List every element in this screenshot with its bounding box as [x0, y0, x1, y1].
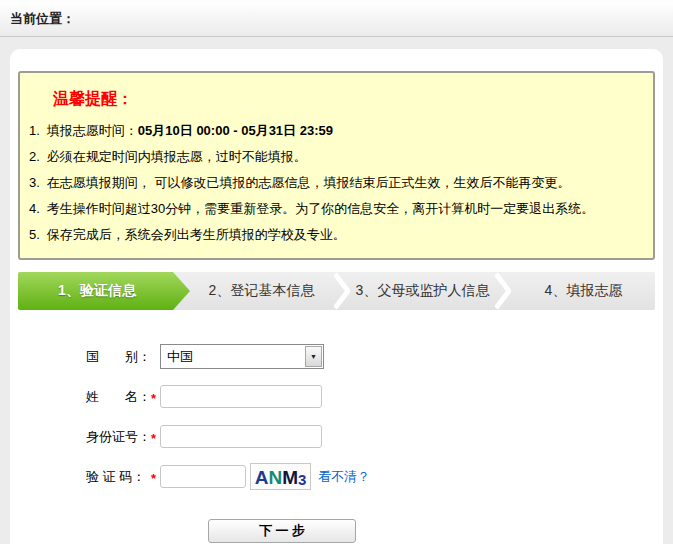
- id-number-label: 身份证号：: [86, 428, 151, 446]
- required-asterisk: *: [151, 428, 160, 446]
- content-panel: 温馨提醒： 1.填报志愿时间：05月10日 00:00 - 05月31日 23:…: [10, 49, 663, 544]
- captcha-image: A N M 3: [250, 463, 311, 490]
- step-tab-basic-info[interactable]: 2、登记基本信息: [190, 272, 333, 310]
- country-select[interactable]: 中国 ▼: [160, 344, 324, 369]
- dropdown-arrow-icon[interactable]: ▼: [305, 346, 322, 367]
- name-row: 姓 名： *: [86, 384, 655, 409]
- breadcrumb-bar: 当前位置：: [0, 0, 673, 37]
- name-input[interactable]: [160, 385, 322, 408]
- breadcrumb: 当前位置：: [10, 10, 75, 28]
- step-tabs: 1、验证信息 2、登记基本信息 3、父母或监护人信息 4、填报志愿: [18, 272, 655, 310]
- reminder-title: 温馨提醒：: [53, 89, 637, 110]
- id-number-row: 身份证号： *: [86, 424, 655, 449]
- reminder-item: 1.填报志愿时间：05月10日 00:00 - 05月31日 23:59: [29, 118, 637, 144]
- captcha-row: 验 证 码： * A N M 3 看不清？: [86, 464, 655, 489]
- chevron-right-icon: [333, 272, 351, 310]
- country-row: 国 别： 中国 ▼: [86, 344, 655, 369]
- reminder-box: 温馨提醒： 1.填报志愿时间：05月10日 00:00 - 05月31日 23:…: [18, 71, 655, 260]
- captcha-input[interactable]: [160, 465, 246, 488]
- captcha-refresh-link[interactable]: 看不清？: [318, 468, 370, 486]
- id-number-input[interactable]: [160, 425, 322, 448]
- step-tab-guardian-info[interactable]: 3、父母或监护人信息: [351, 272, 494, 310]
- reminder-item: 2.必须在规定时间内填报志愿，过时不能填报。: [29, 144, 637, 170]
- reminder-item: 5.保存完成后，系统会列出考生所填报的学校及专业。: [29, 222, 637, 248]
- country-selected-value: 中国: [167, 348, 193, 366]
- required-asterisk: *: [151, 388, 160, 406]
- name-label: 姓 名：: [86, 388, 151, 406]
- step-tab-verify-info[interactable]: 1、验证信息: [18, 272, 190, 310]
- required-asterisk: *: [151, 468, 160, 486]
- captcha-label: 验 证 码：: [86, 468, 151, 486]
- reminder-item: 4.考生操作时间超过30分钟，需要重新登录。为了你的信息安全，离开计算机时一定要…: [29, 196, 637, 222]
- verify-form: 国 别： 中国 ▼ 姓 名： * 身份证号： * 验 证 码： *: [18, 344, 655, 543]
- step-tab-fill-application[interactable]: 4、填报志愿: [512, 272, 655, 310]
- reminder-item: 3.在志愿填报期间， 可以修改已填报的志愿信息，填报结束后正式生效，生效后不能再…: [29, 170, 637, 196]
- country-label: 国 别：: [86, 348, 151, 366]
- page-background: 温馨提醒： 1.填报志愿时间：05月10日 00:00 - 05月31日 23:…: [0, 37, 673, 544]
- submit-row: 下 一 步: [86, 519, 655, 543]
- next-step-button[interactable]: 下 一 步: [208, 519, 356, 543]
- chevron-right-icon: [494, 272, 512, 310]
